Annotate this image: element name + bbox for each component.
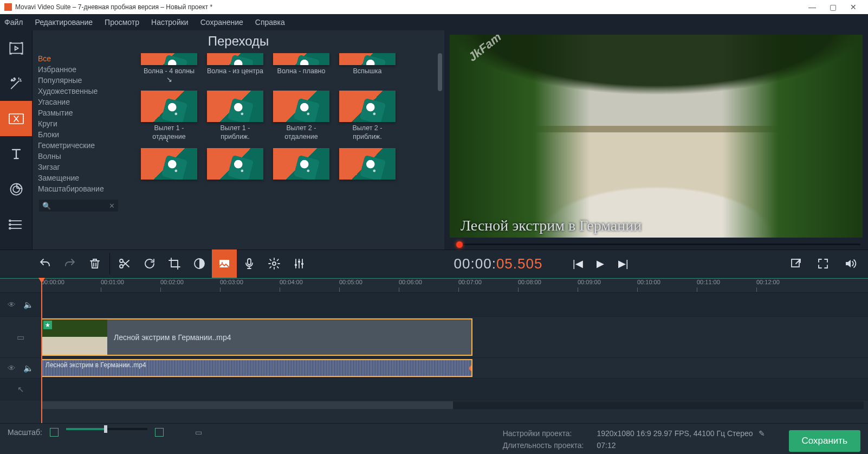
menu-save[interactable]: Сохранение <box>200 18 243 27</box>
menu-edit[interactable]: Редактирование <box>35 18 93 27</box>
fullscreen-button[interactable] <box>811 250 835 278</box>
category-item[interactable]: Художественные <box>36 86 121 97</box>
clip-label: Лесной экстрим в Германии..mp4 <box>107 333 231 342</box>
category-item[interactable]: Популярные <box>36 75 121 86</box>
category-item[interactable]: Размытие <box>36 107 121 118</box>
visibility-icon[interactable]: 👁 <box>8 300 16 309</box>
track-text[interactable]: 👁🔈 <box>0 293 868 317</box>
ruler-tick: 00:03:00 <box>220 279 243 285</box>
transition-item[interactable]: Волна - 4 волны ↘ <box>141 53 197 84</box>
transition-item[interactable]: Вспышка <box>339 53 396 84</box>
project-settings-label: Настройки проекта: <box>503 429 584 438</box>
undo-button[interactable] <box>33 250 57 278</box>
zoom-out-button[interactable] <box>50 428 59 437</box>
track-audio[interactable]: 👁🔈 Лесной экстрим в Германии..mp4 <box>0 358 868 379</box>
zoom-slider[interactable] <box>66 428 147 430</box>
side-tab-titles[interactable] <box>0 136 32 171</box>
zoom-label: Масштаб: <box>8 428 42 437</box>
transition-item[interactable] <box>273 148 329 180</box>
category-item[interactable]: Блоки <box>36 129 121 140</box>
prev-frame-button[interactable]: |◀ <box>567 253 588 274</box>
clip-thumbnail: ★ <box>42 319 107 355</box>
category-item[interactable]: Геометрические <box>36 140 121 151</box>
clip-properties-button[interactable] <box>212 250 237 278</box>
mute-icon[interactable]: 🔈 <box>23 300 34 310</box>
menu-view[interactable]: Просмотр <box>105 18 139 27</box>
transition-item[interactable]: Вылет 1 - приближ. <box>207 91 263 141</box>
timeline-scrollbar[interactable] <box>41 401 864 409</box>
preview-video[interactable]: JkFam Лесной экстрим в Германии <box>450 35 863 238</box>
side-tab-stickers[interactable] <box>0 171 32 207</box>
category-item[interactable]: Избранное <box>36 64 121 75</box>
side-tab-more[interactable] <box>0 207 32 242</box>
equalizer-button[interactable] <box>287 250 312 278</box>
category-item[interactable]: Зигзаг <box>36 162 121 172</box>
transition-item[interactable]: Волна - из центра <box>207 53 263 84</box>
svg-point-10 <box>120 265 123 268</box>
edit-settings-icon[interactable]: ✎ <box>759 429 765 438</box>
audio-clip[interactable]: Лесной экстрим в Германии..mp4 <box>41 359 472 377</box>
window-minimize-button[interactable]: — <box>802 0 822 14</box>
category-list: Все Избранное Популярные Художественные … <box>33 53 125 250</box>
svg-rect-16 <box>295 264 297 266</box>
svg-rect-14 <box>248 259 251 265</box>
color-button[interactable] <box>187 250 212 278</box>
clip-end-handle[interactable] <box>469 366 472 371</box>
window-title-bar: Movavi Video Suite – 7-дневная пробная в… <box>0 0 868 14</box>
panel-title: Переходы <box>33 30 444 53</box>
delete-button[interactable] <box>82 250 107 278</box>
grid-scrollbar[interactable] <box>438 53 442 250</box>
transition-item[interactable]: Волна - плавно <box>273 53 329 84</box>
side-tabs <box>0 30 33 250</box>
side-tab-filters[interactable] <box>0 66 32 101</box>
transition-item[interactable]: Вылет 1 - отдаление <box>141 91 197 141</box>
side-tab-import[interactable] <box>0 30 32 66</box>
detach-preview-button[interactable] <box>783 250 808 278</box>
menu-settings[interactable]: Настройки <box>151 18 189 27</box>
fit-timeline-icon[interactable]: ▭ <box>195 428 202 437</box>
clear-icon[interactable]: ✕ <box>109 202 115 210</box>
favorite-icon[interactable]: ★ <box>43 321 52 329</box>
menu-file[interactable]: Файл <box>4 18 23 27</box>
split-button[interactable] <box>112 250 137 278</box>
track-extra[interactable]: ↖ <box>0 379 868 400</box>
category-item[interactable]: Круги <box>36 118 121 129</box>
window-maximize-button[interactable]: ▢ <box>822 0 843 14</box>
zoom-in-button[interactable] <box>155 428 164 437</box>
mute-icon[interactable]: 🔈 <box>23 363 34 373</box>
transition-item[interactable] <box>207 148 263 180</box>
rotate-button[interactable] <box>137 250 162 278</box>
visibility-icon[interactable]: 👁 <box>8 363 16 373</box>
svg-point-6 <box>9 220 10 221</box>
crop-button[interactable] <box>162 250 187 278</box>
track-video[interactable]: ▭ ★ Лесной экстрим в Германии..mp4 <box>0 317 868 358</box>
transition-item[interactable]: Вылет 2 - приближ. <box>339 91 396 141</box>
redo-button[interactable] <box>57 250 82 278</box>
seek-knob[interactable] <box>456 241 463 248</box>
svg-point-7 <box>9 223 10 225</box>
settings-button[interactable] <box>262 250 287 278</box>
main-area: Переходы Все Избранное Популярные Художе… <box>0 30 868 250</box>
category-item[interactable]: Масштабирование <box>36 183 121 194</box>
category-item[interactable]: Угасание <box>36 97 121 107</box>
category-search[interactable]: 🔍✕ <box>39 200 118 212</box>
playhead[interactable] <box>41 279 42 423</box>
menu-help[interactable]: Справка <box>255 18 285 27</box>
category-item[interactable]: Волны <box>36 151 121 162</box>
transition-item[interactable] <box>141 148 197 180</box>
category-item[interactable]: Замещение <box>36 172 121 183</box>
transition-item[interactable]: Вылет 2 - отдаление <box>273 91 329 141</box>
export-button[interactable]: Сохранить <box>789 430 860 452</box>
timeline-ruler[interactable]: 00:00:0000:01:0000:02:0000:03:0000:04:00… <box>0 279 868 293</box>
transition-item[interactable] <box>339 148 396 180</box>
play-button[interactable]: ▶ <box>590 253 611 274</box>
window-close-button[interactable]: ✕ <box>843 0 864 14</box>
volume-button[interactable] <box>838 250 863 278</box>
side-tab-transitions[interactable] <box>0 101 32 136</box>
video-clip[interactable]: ★ Лесной экстрим в Германии..mp4 <box>41 318 472 356</box>
record-audio-button[interactable] <box>237 250 262 278</box>
next-frame-button[interactable]: ▶| <box>613 253 633 274</box>
category-all[interactable]: Все <box>36 53 121 64</box>
transitions-grid: Волна - 4 волны ↘ Волна - из центра Волн… <box>125 53 444 250</box>
preview-seek-bar[interactable] <box>450 241 863 248</box>
